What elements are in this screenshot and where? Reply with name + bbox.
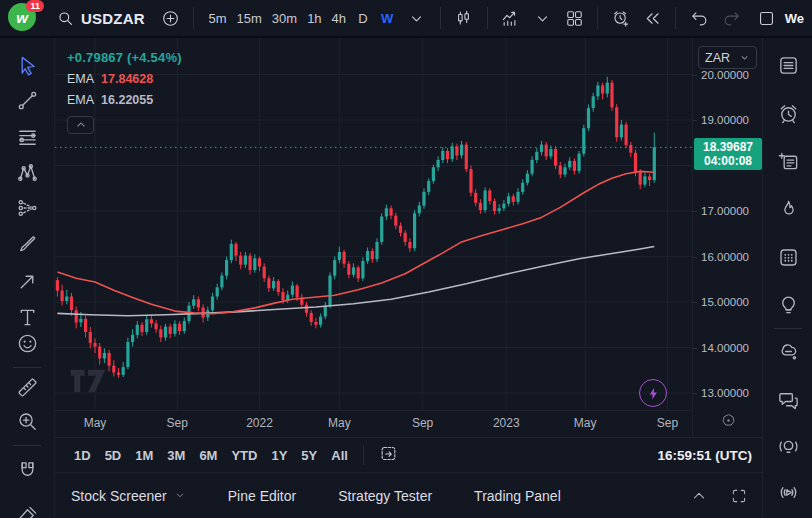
maximize-icon xyxy=(730,487,748,505)
panel-tab-trading-panel[interactable]: Trading Panel xyxy=(474,488,561,504)
plus-circle-icon xyxy=(161,9,180,28)
chart-pane[interactable]: +0.79867 (+4.54%) EMA17.84628 EMA16.2205… xyxy=(55,38,692,410)
interval-button-30m[interactable]: 30m xyxy=(267,4,302,32)
xabcd-pattern-tool-button[interactable] xyxy=(10,155,44,189)
panel-tab-pine-editor[interactable]: Pine Editor xyxy=(228,488,296,504)
forecast-tool-button[interactable] xyxy=(10,191,44,225)
undo-icon xyxy=(690,9,709,28)
journal-tool-button[interactable] xyxy=(770,143,806,179)
zoom-in-icon xyxy=(16,410,39,433)
ideas-icon xyxy=(777,294,800,317)
trend-line-icon xyxy=(16,89,39,112)
drawing-toolbar xyxy=(0,38,55,518)
panel-tab-label: Stock Screener xyxy=(71,488,167,504)
fullscreen-frame-button[interactable] xyxy=(753,4,781,32)
range-bar: 1D5D1M3M6MYTD1Y5YAll16:59:51 (UTC) xyxy=(55,437,762,472)
undo-button[interactable] xyxy=(685,4,713,32)
redo-button[interactable] xyxy=(717,4,745,32)
interval-button-D[interactable]: D xyxy=(351,4,375,32)
trend-line-tool-button[interactable] xyxy=(10,83,44,117)
frame-icon xyxy=(757,9,776,28)
ideas-tool-button[interactable] xyxy=(770,287,806,323)
time-axis-label: Sep xyxy=(155,416,199,430)
price-scale-settings-button[interactable] xyxy=(717,409,739,431)
fib-retracement-tool-button[interactable] xyxy=(10,120,44,154)
legend-collapse-button[interactable] xyxy=(67,116,94,134)
streams-tool-button[interactable] xyxy=(770,474,806,510)
price-axis-label: 15.00000 xyxy=(701,295,749,309)
brush-tool-button[interactable] xyxy=(10,226,44,260)
alerts-tool-button[interactable] xyxy=(770,95,806,131)
panel-tab-stock-screener[interactable]: Stock Screener xyxy=(71,488,186,504)
interval-button-5m[interactable]: 5m xyxy=(203,4,231,32)
toolbar-divider xyxy=(13,445,41,446)
go-to-date-button[interactable] xyxy=(372,440,405,470)
range-button-YTD[interactable]: YTD xyxy=(224,444,264,467)
layout-button[interactable] xyxy=(560,4,588,32)
time-axis-label: May xyxy=(563,416,607,430)
goto-date-icon xyxy=(379,444,398,463)
redo-icon xyxy=(722,9,741,28)
alerts-icon xyxy=(777,102,800,125)
interval-button-4h[interactable]: 4h xyxy=(327,4,351,32)
chart-style-button[interactable] xyxy=(450,4,478,32)
watchlist-tool-button[interactable] xyxy=(770,47,806,83)
indicators-button[interactable] xyxy=(497,4,525,32)
range-button-1M[interactable]: 1M xyxy=(128,444,160,467)
utc-clock[interactable]: 16:59:51 (UTC) xyxy=(657,448,752,463)
hotlist-tool-button[interactable] xyxy=(770,191,806,227)
brand-logo[interactable]: w 11 xyxy=(8,3,38,33)
toolbar-divider xyxy=(597,7,598,29)
search-icon xyxy=(56,9,75,28)
range-button-3M[interactable]: 3M xyxy=(160,444,192,467)
currency-unit-button[interactable]: ZAR xyxy=(698,46,757,69)
quick-action-flash-button[interactable] xyxy=(639,379,667,407)
interval-button-1h[interactable]: 1h xyxy=(302,4,326,32)
ruler-tool-button[interactable] xyxy=(10,370,44,404)
bar-replay-button[interactable] xyxy=(639,4,667,32)
range-button-5Y[interactable]: 5Y xyxy=(294,444,324,467)
range-button-6M[interactable]: 6M xyxy=(192,444,224,467)
last-price-tag[interactable]: 18.39687 04:00:08 xyxy=(694,138,762,170)
magnet-tool-button[interactable] xyxy=(10,453,44,487)
arrow-marker-tool-button[interactable] xyxy=(10,264,44,298)
create-alert-button[interactable] xyxy=(607,4,635,32)
symbol-search-button[interactable]: USDZAR xyxy=(48,6,153,31)
range-button-1Y[interactable]: 1Y xyxy=(264,444,294,467)
pencil-tool-button[interactable] xyxy=(10,498,44,518)
calendar-icon xyxy=(777,246,800,269)
bottom-panel-bar: Stock ScreenerPine EditorStrategy Tester… xyxy=(55,472,762,518)
price-axis[interactable]: 20.0000019.0000017.0000016.0000015.00000… xyxy=(692,38,762,437)
expand-panel-button[interactable] xyxy=(690,487,708,505)
time-axis[interactable]: MaySep2022MaySep2023MaySep xyxy=(55,410,692,437)
add-symbol-button[interactable] xyxy=(157,4,185,32)
search-icon xyxy=(56,9,75,28)
ruler-icon xyxy=(16,376,39,399)
interval-dropdown-button[interactable] xyxy=(403,4,431,32)
range-button-1D[interactable]: 1D xyxy=(67,444,98,467)
fib-retracement-icon xyxy=(16,126,39,149)
trading-app: w 11 USDZAR 5m15m30m1h4hDW xyxy=(0,0,812,518)
indicator-templates-button[interactable] xyxy=(528,4,556,32)
hotlist-icon xyxy=(777,198,800,221)
interval-button-15m[interactable]: 15m xyxy=(232,4,267,32)
layout-grid-icon xyxy=(565,9,584,28)
interval-button-W[interactable]: W xyxy=(375,4,399,32)
panel-tab-strategy-tester[interactable]: Strategy Tester xyxy=(338,488,432,504)
range-button-5D[interactable]: 5D xyxy=(98,444,129,467)
emoji-tool-button[interactable] xyxy=(10,326,44,360)
calendar-tool-button[interactable] xyxy=(770,239,806,275)
minds-tool-button[interactable] xyxy=(770,334,806,370)
time-axis-label: 2023 xyxy=(484,416,528,430)
zoom-in-tool-button[interactable] xyxy=(10,404,44,438)
range-button-All[interactable]: All xyxy=(324,444,355,467)
live-ideas-tool-button[interactable] xyxy=(770,428,806,464)
ema-label: EMA xyxy=(67,72,94,86)
indicator-row-ema-fast[interactable]: EMA17.84628 xyxy=(67,72,182,86)
toolbar-divider xyxy=(675,7,676,29)
indicator-row-ema-slow[interactable]: EMA16.22055 xyxy=(67,93,182,107)
chat-tool-button[interactable] xyxy=(770,382,806,418)
cursor-tool-button[interactable] xyxy=(10,48,44,82)
account-label[interactable]: We xyxy=(785,11,804,26)
maximize-panel-button[interactable] xyxy=(730,487,748,505)
